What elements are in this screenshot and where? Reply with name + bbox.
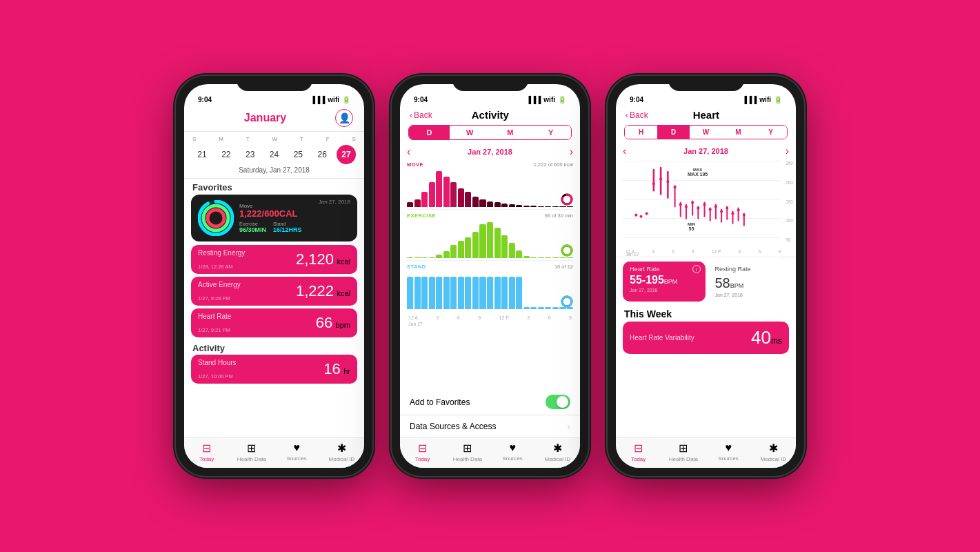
bar — [494, 228, 501, 258]
bar — [450, 182, 457, 207]
move-bars — [407, 169, 573, 207]
activity-card[interactable]: Jan 27, 2018 — [191, 195, 357, 241]
cal-day-22[interactable]: 22 — [217, 145, 236, 164]
tab-health-data-2[interactable]: ⊞ Health Data — [445, 442, 490, 462]
tab-medical-id-2[interactable]: ✱ Medical ID — [535, 442, 580, 462]
prev-date-2[interactable]: ‹ — [407, 146, 410, 158]
medical-id-label-3: Medical ID — [760, 456, 786, 462]
tab-today-2[interactable]: ⊟ Today — [400, 442, 445, 462]
status-icons-1: ▐▐▐ wifi 🔋 — [310, 96, 350, 103]
heart-info-icon[interactable]: i — [692, 265, 701, 273]
favorites-header: Favorites — [184, 179, 364, 195]
favorites-toggle[interactable] — [546, 395, 570, 409]
period-tab-D3[interactable]: D — [657, 126, 690, 139]
tab-medical-id-1[interactable]: ✱ Medical ID — [319, 442, 364, 462]
tab-bar-2: ⊟ Today ⊞ Health Data ♥ Sources ✱ Medica… — [400, 437, 580, 468]
exercise-sub: Exercise 96/30MIN — [239, 221, 266, 233]
main-scroll-1: January 👤 S M T W T F S 21 — [184, 106, 364, 437]
period-tab-W[interactable]: W — [450, 126, 490, 139]
signal-icon-3: ▐▐▐ — [742, 96, 757, 103]
period-tab-W3[interactable]: W — [690, 126, 722, 139]
bar — [516, 250, 522, 258]
sources-label-1: Sources — [286, 455, 306, 462]
bar — [538, 206, 544, 207]
tab-today-3[interactable]: ⊟ Today — [616, 442, 661, 462]
calendar-section: S M T W T F S 21 22 23 24 25 26 — [184, 132, 364, 179]
heart-rate-detail-card[interactable]: i Heart Rate 55-195BPM Jan 27, 2018 — [623, 262, 706, 302]
avatar-icon[interactable]: 👤 — [335, 109, 353, 127]
resting-rate-date: Jan 27, 2018 — [715, 293, 784, 297]
hrv-card[interactable]: Heart Rate Variability 40ms — [623, 322, 789, 354]
heart-rate-card-unit: BPM — [664, 278, 678, 285]
wifi-icon-2: wifi — [543, 96, 555, 103]
tab-sources-1[interactable]: ♥ Sources — [274, 442, 319, 462]
tab-medical-id-3[interactable]: ✱ Medical ID — [751, 442, 796, 462]
back-button-3[interactable]: ‹ Back — [626, 110, 648, 120]
exercise-chart-value: 96 of 30 min — [545, 213, 573, 219]
active-energy-unit: kcal — [337, 289, 350, 297]
next-date-2[interactable]: › — [570, 146, 573, 158]
period-tab-Y3[interactable]: Y — [754, 126, 787, 139]
bar — [479, 277, 486, 309]
bar — [523, 256, 530, 258]
tab-today-1[interactable]: ⊟ Today — [184, 442, 229, 462]
move-chart-row: MOVE 1,222 of 600 kcal — [407, 161, 573, 210]
activity-section-label: Activity — [184, 340, 364, 355]
stand-hours-card[interactable]: Stand Hours 1/27, 10:00 PM 16 hr — [191, 355, 357, 384]
period-tab-M3[interactable]: M — [722, 126, 754, 139]
resting-rate-card[interactable]: Resting Rate 58BPM Jan 27, 2018 — [710, 262, 790, 302]
bar — [443, 277, 450, 309]
svg-point-5 — [208, 210, 224, 226]
tab-sources-3[interactable]: ♥ Sources — [706, 442, 751, 462]
tab-health-data-1[interactable]: ⊞ Health Data — [229, 442, 274, 462]
tab-sources-2[interactable]: ♥ Sources — [490, 442, 535, 462]
bar — [559, 206, 566, 207]
prev-date-3[interactable]: ‹ — [623, 145, 626, 157]
cal-day-26[interactable]: 26 — [312, 145, 332, 164]
resting-energy-card[interactable]: Resting Energy 1/28, 12:26 AM 2,120 kcal — [191, 245, 357, 274]
heart-scatter-svg — [626, 166, 781, 243]
cal-day-23[interactable]: 23 — [241, 145, 260, 164]
bar — [429, 182, 435, 207]
bar — [443, 177, 450, 207]
bar — [436, 255, 442, 259]
signal-icon: ▐▐▐ — [310, 96, 325, 103]
today-icon-1: ⊟ — [202, 442, 211, 455]
exercise-bars — [407, 220, 573, 258]
cal-day-21[interactable]: 21 — [192, 145, 212, 164]
heart-cards-row: i Heart Rate 55-195BPM Jan 27, 2018 Rest… — [616, 257, 796, 306]
add-to-favorites-row[interactable]: Add to Favorites — [400, 389, 580, 415]
status-icons-2: ▐▐▐ wifi 🔋 — [526, 96, 566, 103]
bar — [509, 243, 515, 258]
exercise-chart-row: EXERCISE 96 of 30 min — [407, 213, 573, 261]
cal-day-25[interactable]: 25 — [288, 145, 308, 164]
medical-id-label-1: Medical ID — [328, 456, 354, 462]
bar — [421, 257, 428, 258]
bar — [414, 257, 421, 258]
active-energy-date: 1/27, 9:28 PM — [198, 295, 241, 302]
heart-rate-left-p1: Heart Rate 1/27, 9:21 PM — [198, 313, 231, 333]
back-button-2[interactable]: ‹ Back — [410, 110, 432, 120]
cal-day-27-today[interactable]: 27 — [337, 145, 356, 164]
period-tab-D[interactable]: D — [409, 126, 450, 139]
stand-hours-date: 1/27, 10:00 PM — [198, 373, 237, 379]
bar — [545, 257, 551, 258]
bar — [487, 201, 493, 207]
cal-day-24[interactable]: 24 — [264, 145, 283, 164]
bar — [472, 197, 479, 207]
period-tab-Y[interactable]: Y — [530, 126, 571, 139]
chart-xaxis-2: 12 A 3 6 9 12 P 3 6 9 — [407, 315, 573, 320]
stand-label: Stand — [273, 221, 302, 226]
period-tab-H[interactable]: H — [625, 126, 657, 139]
nav-bar-2: ‹ Back Activity — [400, 106, 580, 125]
active-energy-card[interactable]: Active Energy 1/27, 9:28 PM 1,222 kcal — [191, 277, 357, 306]
period-tab-M[interactable]: M — [490, 126, 531, 139]
nav-title-1[interactable]: January — [244, 112, 286, 124]
heart-rate-card-p1[interactable]: Heart Rate 1/27, 9:21 PM 66 bpm — [191, 308, 357, 337]
tab-health-data-3[interactable]: ⊞ Health Data — [661, 442, 706, 462]
hrv-unit: ms — [771, 336, 782, 346]
tab-bar-1: ⊟ Today ⊞ Health Data ♥ Sources ✱ Medica… — [184, 437, 364, 468]
next-date-3[interactable]: › — [786, 145, 789, 157]
screen-3: 9:04 ▐▐▐ wifi 🔋 ‹ Back Heart H D W M Y — [616, 84, 796, 468]
data-sources-row[interactable]: Data Sources & Access › — [400, 415, 580, 437]
